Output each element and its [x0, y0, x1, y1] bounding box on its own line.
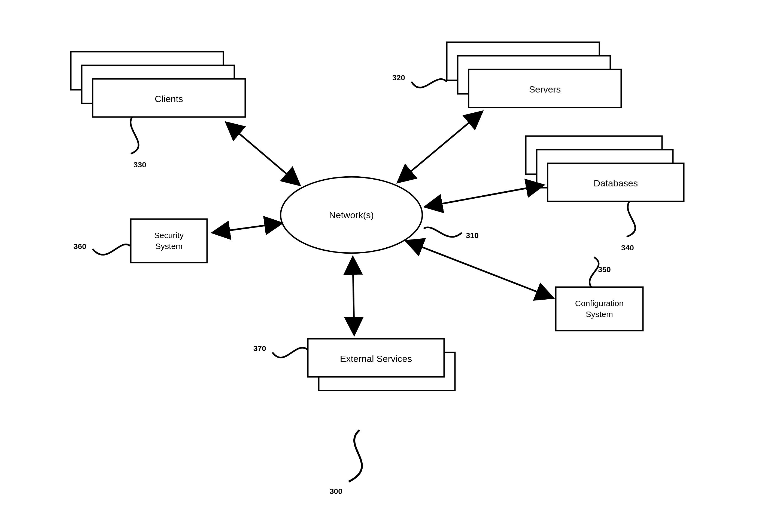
- config-label-line2: System: [586, 310, 613, 319]
- network-architecture-diagram: Network(s) 310 Clients 330 Servers 320 D…: [0, 0, 774, 532]
- arrow-clients-network: [226, 122, 300, 185]
- networks-label: Network(s): [329, 210, 374, 220]
- arrow-security-network: [213, 223, 282, 233]
- databases-ref: 340: [621, 244, 634, 252]
- security-ref: 360: [73, 242, 86, 251]
- external-ref: 370: [253, 344, 266, 353]
- servers-ref: 320: [392, 73, 405, 82]
- external-label: External Services: [340, 353, 412, 364]
- svg-rect-11: [556, 287, 643, 331]
- node-security-system: Security System 360: [73, 219, 207, 263]
- node-databases: Databases 340: [526, 136, 684, 252]
- databases-label: Databases: [594, 178, 638, 188]
- security-label-line2: System: [155, 242, 182, 251]
- networks-ref: 310: [466, 231, 479, 240]
- clients-ref: 330: [133, 161, 146, 169]
- node-clients: Clients 330: [71, 52, 245, 169]
- arrow-servers-network: [398, 112, 482, 182]
- svg-rect-10: [131, 219, 207, 263]
- config-ref: 350: [598, 265, 611, 274]
- node-networks: Network(s) 310: [281, 177, 479, 253]
- clients-label: Clients: [155, 94, 183, 104]
- figure-ref-number: 300: [330, 487, 342, 496]
- arrow-external-network: [353, 257, 354, 335]
- figure-ref: 300: [330, 430, 362, 496]
- security-label-line1: Security: [154, 231, 183, 240]
- arrow-databases-network: [425, 185, 543, 207]
- node-configuration-system: Configuration System 350: [556, 257, 643, 331]
- node-external-services: External Services 370: [253, 339, 455, 390]
- config-label-line1: Configuration: [575, 299, 624, 308]
- arrow-config-network: [406, 241, 553, 298]
- node-servers: Servers 320: [392, 42, 621, 107]
- servers-label: Servers: [529, 84, 561, 94]
